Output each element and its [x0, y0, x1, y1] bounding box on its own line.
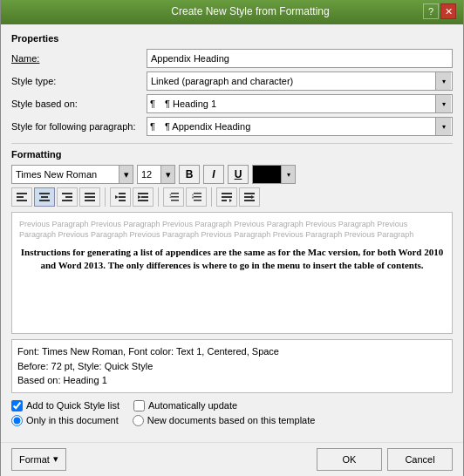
- title-bar-buttons: ? ✕: [423, 3, 456, 19]
- svg-rect-33: [244, 196, 251, 198]
- only-doc-radio[interactable]: [11, 415, 23, 426]
- align-toolbar: ↕ ↨: [11, 187, 453, 207]
- auto-update-item[interactable]: Automatically update: [133, 400, 237, 411]
- more-icon: [243, 191, 256, 203]
- help-button[interactable]: ?: [423, 3, 439, 19]
- dialog-actions: OK Cancel: [317, 448, 453, 471]
- format-button[interactable]: Format ▾: [11, 448, 66, 471]
- line-spacing-icon: ↕: [167, 191, 180, 203]
- svg-rect-1: [17, 196, 24, 198]
- svg-rect-7: [65, 196, 72, 198]
- svg-rect-20: [171, 193, 179, 194]
- color-dropdown[interactable]: ▾: [281, 166, 295, 183]
- title-bar: Create New Style from Formatting ? ✕: [1, 0, 463, 24]
- decrease-indent-icon: [114, 191, 126, 203]
- svg-rect-2: [17, 200, 27, 201]
- style-follow-row: Style for following paragraph: ¶ Appendi…: [11, 117, 453, 136]
- svg-rect-4: [41, 196, 48, 198]
- line-spacing-button[interactable]: ↕: [163, 187, 184, 207]
- style-based-label: Style based on:: [11, 99, 147, 109]
- svg-rect-6: [62, 193, 72, 194]
- align-separator-3: [211, 187, 212, 207]
- svg-rect-8: [62, 200, 72, 201]
- svg-rect-9: [85, 193, 95, 194]
- svg-rect-18: [141, 196, 148, 198]
- text-direction-icon: [221, 191, 233, 203]
- ok-button[interactable]: OK: [317, 448, 382, 471]
- style-follow-wrapper: ¶ Appendix Heading ¶ ▾: [147, 117, 453, 136]
- bold-button[interactable]: B: [179, 165, 200, 184]
- style-based-select[interactable]: ¶ Heading 1: [147, 94, 453, 113]
- only-doc-label: Only in this document: [26, 415, 119, 425]
- italic-button[interactable]: I: [203, 165, 224, 184]
- more-button[interactable]: [239, 187, 260, 207]
- bottom-bar: Format ▾ OK Cancel: [1, 442, 463, 476]
- format-btn-arrow: ▾: [53, 453, 58, 465]
- style-follow-select[interactable]: ¶ Appendix Heading: [147, 117, 453, 136]
- svg-rect-28: [222, 193, 232, 194]
- new-docs-radio[interactable]: [133, 415, 144, 426]
- svg-rect-21: [171, 196, 179, 198]
- style-type-row: Style type: Linked (paragraph and charac…: [11, 71, 453, 91]
- svg-rect-16: [138, 193, 148, 194]
- formatting-label: Formatting: [11, 149, 453, 160]
- svg-rect-15: [119, 200, 126, 201]
- preview-area: Previous Paragraph Previous Paragraph Pr…: [11, 212, 453, 334]
- font-name-box[interactable]: Times New Roman ▾: [11, 165, 133, 184]
- new-docs-item[interactable]: New documents based on this template: [133, 415, 316, 426]
- align-right-button[interactable]: [57, 187, 78, 207]
- close-button[interactable]: ✕: [440, 3, 456, 19]
- align-separator-2: [158, 187, 159, 207]
- auto-update-checkbox[interactable]: [133, 400, 145, 411]
- para-spacing-icon: ↨: [190, 191, 202, 203]
- decrease-indent-button[interactable]: [110, 187, 131, 207]
- font-size-value: 12: [138, 169, 155, 180]
- svg-rect-32: [244, 193, 255, 194]
- preview-prev-text: Previous Paragraph Previous Paragraph Pr…: [19, 220, 445, 240]
- style-follow-label: Style for following paragraph:: [11, 121, 147, 132]
- font-toolbar: Times New Roman ▾ 12 ▾ B I U ▾: [11, 165, 453, 184]
- style-desc-line3: Based on: Heading 1: [17, 373, 447, 388]
- color-button[interactable]: ▾: [252, 165, 296, 184]
- svg-rect-24: [194, 193, 201, 194]
- add-quick-style-item[interactable]: Add to Quick Style list: [11, 400, 119, 411]
- name-label: Name:: [11, 53, 147, 64]
- add-quick-style-label: Add to Quick Style list: [26, 400, 119, 411]
- align-left-button[interactable]: [11, 187, 32, 207]
- style-type-select[interactable]: Linked (paragraph and character): [147, 71, 453, 91]
- style-based-wrapper: ¶ Heading 1 ¶ ▾: [147, 94, 453, 113]
- name-input[interactable]: [147, 49, 453, 68]
- style-desc-line2: Before: 72 pt, Style: Quick Style: [17, 359, 447, 374]
- align-center-button[interactable]: [34, 187, 55, 207]
- checkbox-row-2: Only in this document New documents base…: [11, 415, 453, 426]
- font-name-value: Times New Roman: [12, 169, 100, 180]
- svg-marker-31: [229, 199, 232, 202]
- add-quick-style-checkbox[interactable]: [11, 400, 23, 411]
- svg-rect-22: [171, 200, 179, 201]
- align-center-icon: [38, 191, 51, 203]
- font-name-dropdown[interactable]: ▾: [119, 166, 133, 183]
- divider-1: [11, 143, 453, 144]
- cancel-button[interactable]: Cancel: [387, 448, 453, 471]
- style-desc-line1: Font: Times New Roman, Font color: Text …: [17, 344, 447, 359]
- checkbox-row-1: Add to Quick Style list Automatically up…: [11, 400, 453, 411]
- svg-rect-5: [39, 200, 50, 201]
- justify-button[interactable]: [79, 187, 100, 207]
- properties-label: Properties: [11, 33, 453, 44]
- svg-text:↕: ↕: [168, 192, 172, 200]
- font-size-box[interactable]: 12 ▾: [137, 165, 175, 184]
- preview-main-text: Instructions for generating a list of ap…: [19, 246, 445, 273]
- text-direction-button[interactable]: [216, 187, 237, 207]
- svg-rect-12: [119, 193, 126, 194]
- font-size-dropdown[interactable]: ▾: [160, 166, 174, 183]
- svg-text:↨: ↨: [191, 192, 194, 200]
- underline-button[interactable]: U: [228, 165, 249, 184]
- justify-icon: [84, 191, 96, 203]
- align-right-icon: [61, 191, 73, 203]
- svg-rect-29: [222, 196, 232, 198]
- auto-update-label: Automatically update: [148, 400, 237, 411]
- svg-rect-25: [194, 196, 201, 198]
- para-spacing-button[interactable]: ↨: [186, 187, 207, 207]
- only-doc-item[interactable]: Only in this document: [11, 415, 119, 426]
- increase-indent-button[interactable]: [133, 187, 154, 207]
